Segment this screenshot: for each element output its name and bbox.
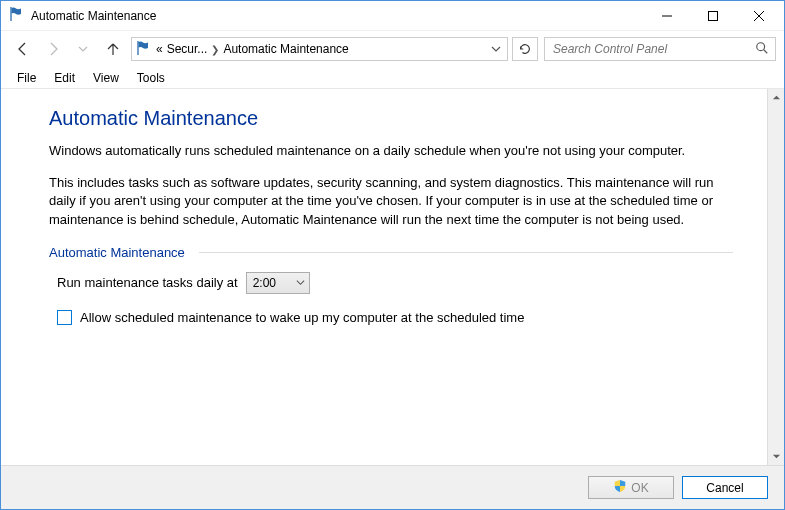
ok-button[interactable]: OK: [588, 476, 674, 499]
refresh-button[interactable]: [512, 37, 538, 61]
scroll-up-button[interactable]: [768, 89, 784, 106]
page-title: Automatic Maintenance: [49, 107, 733, 130]
schedule-time-select[interactable]: 2:00: [246, 272, 310, 294]
search-icon[interactable]: [755, 41, 769, 58]
search-box[interactable]: [544, 37, 776, 61]
schedule-time-value: 2:00: [253, 276, 276, 290]
menu-tools[interactable]: Tools: [129, 69, 173, 87]
schedule-label: Run maintenance tasks daily at: [57, 275, 238, 290]
window-title: Automatic Maintenance: [31, 9, 644, 23]
menu-edit[interactable]: Edit: [46, 69, 83, 87]
back-button[interactable]: [9, 35, 37, 63]
scroll-down-button[interactable]: [768, 448, 784, 465]
wake-checkbox[interactable]: [57, 310, 72, 325]
menu-file[interactable]: File: [9, 69, 44, 87]
maximize-button[interactable]: [690, 1, 736, 31]
titlebar: Automatic Maintenance: [1, 1, 784, 31]
flag-icon: [136, 40, 152, 59]
divider: [199, 252, 733, 253]
breadcrumb-prefix[interactable]: «: [156, 42, 163, 56]
minimize-button[interactable]: [644, 1, 690, 31]
wake-checkbox-row[interactable]: Allow scheduled maintenance to wake up m…: [57, 310, 733, 325]
flag-icon: [9, 6, 25, 25]
breadcrumb: « Secur... ❯ Automatic Maintenance: [156, 42, 483, 56]
chevron-right-icon[interactable]: ❯: [211, 44, 219, 55]
search-input[interactable]: [551, 41, 755, 57]
svg-point-4: [757, 42, 765, 50]
breadcrumb-segment-security[interactable]: Secur...: [167, 42, 208, 56]
address-dropdown-button[interactable]: [487, 38, 505, 60]
menubar: File Edit View Tools: [1, 67, 784, 89]
group-label: Automatic Maintenance: [49, 245, 733, 260]
navbar: « Secur... ❯ Automatic Maintenance: [1, 31, 784, 67]
footer: OK Cancel: [1, 465, 784, 509]
forward-button[interactable]: [39, 35, 67, 63]
cancel-button-label: Cancel: [706, 481, 743, 495]
window-controls: [644, 1, 782, 31]
wake-checkbox-label: Allow scheduled maintenance to wake up m…: [80, 310, 524, 325]
shield-icon: [613, 479, 627, 496]
content: Automatic Maintenance Windows automatica…: [1, 89, 767, 465]
schedule-row: Run maintenance tasks daily at 2:00: [57, 272, 733, 294]
svg-line-5: [764, 49, 768, 53]
intro-paragraph-2: This includes tasks such as software upd…: [49, 174, 733, 229]
cancel-button[interactable]: Cancel: [682, 476, 768, 499]
breadcrumb-segment-maintenance[interactable]: Automatic Maintenance: [223, 42, 348, 56]
recent-locations-button[interactable]: [69, 35, 97, 63]
up-button[interactable]: [99, 35, 127, 63]
ok-button-label: OK: [631, 481, 648, 495]
content-area: Automatic Maintenance Windows automatica…: [1, 89, 784, 465]
group-label-text: Automatic Maintenance: [49, 245, 185, 260]
address-bar[interactable]: « Secur... ❯ Automatic Maintenance: [131, 37, 508, 61]
close-button[interactable]: [736, 1, 782, 31]
chevron-down-icon: [296, 276, 305, 290]
svg-rect-1: [709, 11, 718, 20]
menu-view[interactable]: View: [85, 69, 127, 87]
intro-paragraph-1: Windows automatically runs scheduled mai…: [49, 142, 733, 160]
scrollbar[interactable]: [767, 89, 784, 465]
